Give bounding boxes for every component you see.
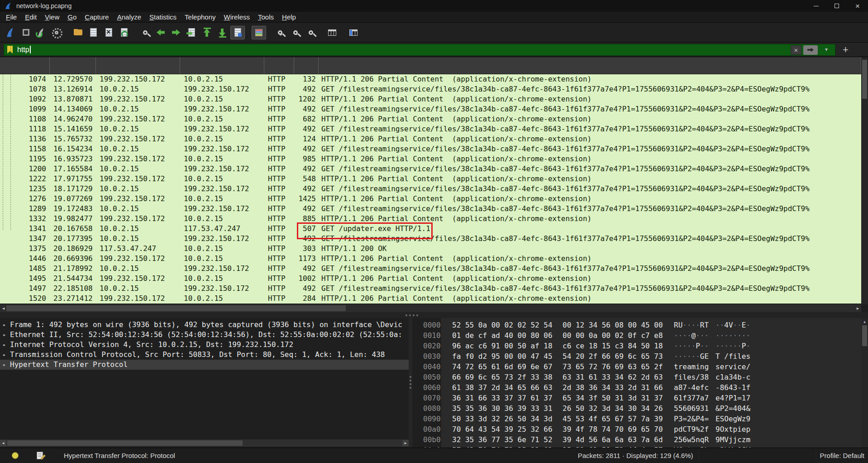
find-packet-icon[interactable] — [138, 26, 153, 39]
menu-go[interactable]: Go — [63, 13, 81, 21]
display-filter-input[interactable]: http × ▾ — [4, 44, 835, 56]
auto-scroll-icon[interactable] — [230, 26, 245, 39]
hex-row[interactable]: 0000 52 55 0a 00 02 02 52 54 00 12 34 56… — [412, 320, 868, 330]
vertical-splitter[interactable] — [409, 318, 412, 448]
filter-dropdown-icon[interactable]: ▾ — [825, 46, 828, 53]
go-forward-icon[interactable] — [169, 26, 183, 39]
menu-view[interactable]: View — [41, 13, 63, 21]
column-header[interactable] — [0, 57, 50, 74]
expand-arrow-icon[interactable]: ▸ — [3, 320, 10, 330]
packet-row[interactable]: 1446 20.669396 199.232.150.172 10.0.2.15… — [0, 254, 861, 264]
hex-row[interactable]: 0010 01 de cf ad 40 00 80 06 00 00 0a 00… — [412, 330, 868, 341]
hex-row[interactable]: 0080 35 35 36 30 36 39 33 31 26 50 32 3d… — [412, 403, 868, 414]
expand-arrow-icon[interactable]: ▸ — [3, 330, 10, 340]
scrollbar-thumb[interactable] — [7, 440, 243, 446]
packet-row[interactable]: 1222 17.971755 199.232.150.172 10.0.2.15… — [0, 174, 861, 184]
file-reload-icon[interactable] — [117, 26, 131, 39]
details-hscrollbar[interactable]: ◂ ▸ — [0, 439, 409, 447]
packet-row[interactable]: 1092 13.870871 199.232.150.172 10.0.2.15… — [0, 94, 861, 104]
packet-row[interactable]: 1495 21.544734 199.232.150.172 10.0.2.15… — [0, 274, 861, 284]
hex-row[interactable]: 00b0 32 35 36 77 35 6e 71 52 39 4d 56 6a… — [412, 434, 868, 445]
menu-wireless[interactable]: Wireless — [220, 13, 254, 21]
zoom-reset-icon[interactable] — [304, 26, 318, 39]
hex-row[interactable]: 0020 96 ac c6 91 00 50 af 18 c6 ce 18 15… — [412, 341, 868, 351]
menu-edit[interactable]: Edit — [21, 13, 41, 21]
scroll-right-icon[interactable]: ▸ — [402, 440, 409, 446]
go-last-packet-icon[interactable] — [215, 26, 229, 39]
hex-row[interactable]: 0090 50 33 3d 32 26 50 34 3d 45 53 4f 65… — [412, 414, 868, 424]
go-back-icon[interactable] — [153, 26, 168, 39]
packet-row[interactable]: 1078 13.126914 10.0.2.15 199.232.150.172… — [0, 84, 861, 94]
detail-line-ethernet[interactable]: ▸ Ethernet II, Src: 52:54:00:12:34:56 (5… — [0, 330, 409, 340]
scrollbar-thumb[interactable] — [6, 305, 346, 311]
horizontal-splitter[interactable] — [0, 312, 868, 318]
scrollbar-thumb[interactable] — [862, 325, 867, 346]
filter-apply-icon[interactable] — [803, 45, 818, 55]
file-save-icon[interactable] — [86, 26, 100, 39]
packet-row[interactable]: 1099 14.134069 10.0.2.15 199.232.150.172… — [0, 104, 861, 114]
packet-row[interactable]: 1118 15.141659 10.0.2.15 199.232.150.172… — [0, 124, 861, 134]
expert-info-icon[interactable] — [12, 452, 19, 459]
scrollbar-thumb[interactable] — [862, 60, 867, 99]
display-columns-icon[interactable] — [346, 26, 361, 39]
detail-line-tcp[interactable]: ▸ Transmission Control Protocol, Src Por… — [0, 350, 409, 360]
minimize-button[interactable] — [806, 0, 826, 12]
scroll-up-icon[interactable]: ▴ — [861, 319, 868, 324]
menu-tools[interactable]: Tools — [254, 13, 278, 21]
go-to-packet-icon[interactable] — [184, 26, 199, 39]
column-header[interactable] — [50, 57, 96, 74]
zoom-in-icon[interactable]: + — [273, 26, 287, 39]
capture-comment-icon[interactable] — [37, 452, 43, 459]
expand-arrow-icon[interactable]: ▸ — [3, 350, 10, 360]
hex-row[interactable]: 0040 74 72 65 61 6d 69 6e 67 73 65 72 76… — [412, 362, 868, 372]
resize-columns-icon[interactable] — [325, 26, 339, 39]
packet-row[interactable]: 1289 19.172483 10.0.2.15 199.232.150.172… — [0, 204, 861, 214]
hex-row[interactable]: 0030 fa f0 d2 95 00 00 47 45 54 20 2f 66… — [412, 351, 868, 362]
scroll-right-icon[interactable]: ▸ — [855, 305, 861, 312]
filter-clear-icon[interactable]: × — [791, 45, 801, 55]
packet-list-hscrollbar[interactable]: ◂ ▸ — [0, 304, 861, 312]
packet-row[interactable]: 1074 12.729570 199.232.150.172 10.0.2.15… — [0, 74, 861, 84]
close-button[interactable]: × — [847, 0, 868, 12]
capture-options-icon[interactable] — [49, 26, 64, 39]
hex-row[interactable]: 0050 66 69 6c 65 73 2f 33 38 63 31 61 33… — [412, 372, 868, 382]
bookmark-icon[interactable] — [7, 46, 13, 53]
menu-analyze[interactable]: Analyze — [113, 13, 145, 21]
hex-vscrollbar[interactable]: ▴ — [861, 318, 868, 448]
column-header[interactable] — [264, 57, 294, 74]
packet-row[interactable]: 1136 15.765732 199.232.150.172 10.0.2.15… — [0, 134, 861, 144]
scroll-left-icon[interactable]: ◂ — [0, 440, 6, 446]
filter-add-button[interactable]: + — [843, 45, 849, 54]
scroll-left-icon[interactable]: ◂ — [0, 305, 6, 312]
packet-row[interactable]: 1235 18.171729 10.0.2.15 199.232.150.172… — [0, 184, 861, 194]
menu-telephony[interactable]: Telephony — [181, 13, 219, 21]
detail-line-ip[interactable]: ▸ Internet Protocol Version 4, Src: 10.0… — [0, 340, 409, 350]
packet-row[interactable]: 1200 17.165584 10.0.2.15 199.232.150.172… — [0, 164, 861, 174]
menu-help[interactable]: Help — [278, 13, 300, 21]
column-header[interactable] — [294, 57, 319, 74]
column-header[interactable] — [319, 57, 861, 74]
detail-line-http[interactable]: ▸ Hypertext Transfer Protocol — [0, 360, 409, 370]
packet-row[interactable]: 1108 14.962470 199.232.150.172 10.0.2.15… — [0, 114, 861, 124]
hex-row[interactable]: 0060 61 38 37 2d 34 65 66 63 2d 38 36 34… — [412, 382, 868, 393]
hex-row[interactable]: 0070 36 31 66 33 37 37 61 37 65 34 3f 50… — [412, 393, 868, 403]
file-open-icon[interactable] — [71, 26, 85, 39]
expand-arrow-icon[interactable]: ▸ — [3, 340, 10, 350]
hex-row[interactable]: 00a0 70 64 43 54 39 25 32 66 39 4f 78 74… — [412, 424, 868, 434]
go-first-packet-icon[interactable] — [200, 26, 214, 39]
zoom-out-icon[interactable]: − — [288, 26, 303, 39]
packet-row[interactable]: 1485 21.178992 10.0.2.15 199.232.150.172… — [0, 264, 861, 274]
colorize-packets-icon[interactable] — [252, 26, 266, 39]
file-close-icon[interactable] — [101, 26, 116, 39]
detail-line-frame[interactable]: ▸ Frame 1: 492 bytes on wire (3936 bits)… — [0, 320, 409, 330]
maximize-button[interactable] — [826, 0, 847, 12]
packet-row[interactable]: 1158 16.154234 10.0.2.15 199.232.150.172… — [0, 144, 861, 154]
packet-row[interactable]: 1276 19.077269 199.232.150.172 10.0.2.15… — [0, 194, 861, 204]
profile-label[interactable]: Profile: Default — [820, 452, 864, 459]
packet-row[interactable]: 1497 22.185108 10.0.2.15 199.232.150.172… — [0, 284, 861, 294]
expand-arrow-icon[interactable]: ▸ — [3, 360, 10, 370]
menu-statistics[interactable]: Statistics — [145, 13, 181, 21]
packet-row[interactable]: 1375 20.186929 117.53.47.247 10.0.2.15 H… — [0, 244, 861, 254]
column-header[interactable] — [96, 57, 180, 74]
capture-stop-icon[interactable] — [19, 26, 33, 39]
